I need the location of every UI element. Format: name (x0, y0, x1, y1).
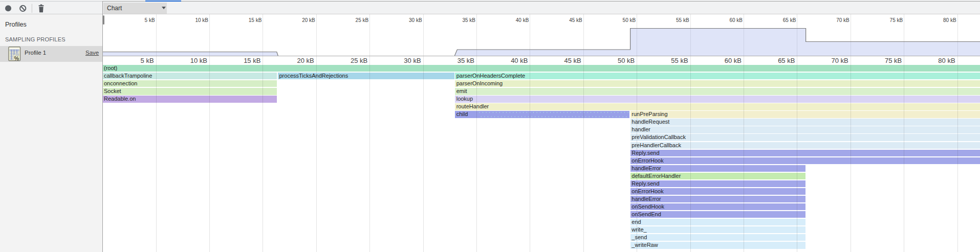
svg-text:%: % (14, 55, 19, 61)
